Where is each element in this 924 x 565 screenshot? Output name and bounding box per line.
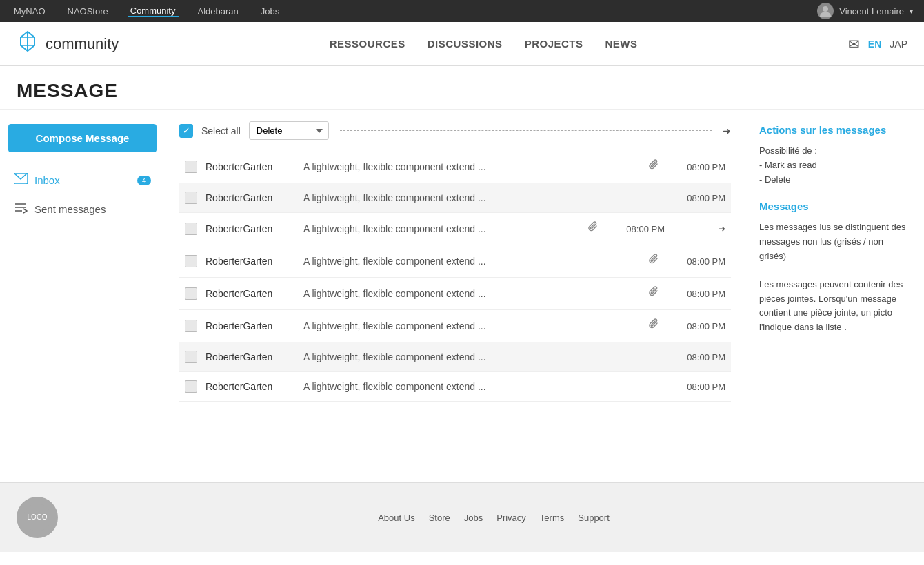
row-checkbox[interactable] bbox=[185, 351, 197, 363]
sidebar: Compose Message Inbox 4 Sent messages bbox=[0, 110, 165, 455]
message-row[interactable]: RoberterGartenA lightweight, flexible co… bbox=[179, 310, 731, 342]
logo-text: community bbox=[46, 35, 119, 53]
row-time: 08:00 PM bbox=[610, 224, 665, 234]
sidebar-item-sent[interactable]: Sent messages bbox=[8, 194, 157, 224]
footer-jobs[interactable]: Jobs bbox=[464, 513, 483, 523]
compose-message-button[interactable]: Compose Message bbox=[8, 124, 157, 152]
message-row[interactable]: RoberterGartenA lightweight, flexible co… bbox=[179, 245, 731, 278]
row-checkbox[interactable] bbox=[185, 255, 197, 267]
right-panel: Actions sur les messages Possibilité de … bbox=[745, 110, 924, 455]
row-arrow-icon: ➜ bbox=[719, 224, 725, 234]
header-right: ✉ EN JAP bbox=[848, 36, 907, 52]
toolbar-dashed-line bbox=[340, 130, 712, 131]
row-checkbox[interactable] bbox=[185, 320, 197, 332]
row-subject: A lightweight, flexible component extend… bbox=[303, 192, 640, 203]
actions-possibilite: Possibilité de : bbox=[759, 145, 817, 156]
footer-support[interactable]: Support bbox=[578, 513, 610, 523]
row-checkbox[interactable] bbox=[185, 287, 197, 300]
content-area: Compose Message Inbox 4 Sent messages Se… bbox=[0, 110, 924, 455]
row-time: 08:00 PM bbox=[670, 352, 725, 362]
topnav-mynao[interactable]: MyNAO bbox=[11, 6, 48, 17]
footer-about-us[interactable]: About Us bbox=[378, 513, 414, 523]
row-sender: RoberterGarten bbox=[205, 161, 295, 172]
message-toolbar: Select all Delete Mark as read ➜ bbox=[179, 121, 731, 140]
row-checkbox[interactable] bbox=[185, 192, 197, 204]
message-row[interactable]: RoberterGartenA lightweight, flexible co… bbox=[179, 342, 731, 372]
messages-desc2: Les messages peuvent contenir des pièces… bbox=[759, 278, 910, 335]
footer-privacy[interactable]: Privacy bbox=[496, 513, 526, 523]
message-row[interactable]: RoberterGartenA lightweight, flexible co… bbox=[179, 151, 731, 183]
row-subject: A lightweight, flexible component extend… bbox=[303, 161, 640, 172]
topnav-aldebaran[interactable]: Aldebaran bbox=[195, 6, 241, 17]
attachment-icon bbox=[648, 254, 662, 269]
row-subject: A lightweight, flexible component extend… bbox=[303, 288, 640, 299]
row-subject: A lightweight, flexible component extend… bbox=[303, 320, 640, 331]
messages-desc1: Les messages lus se distinguent des mess… bbox=[759, 220, 910, 263]
logo[interactable]: community bbox=[17, 30, 119, 57]
site-header: community RESSOURCES DISCUSSIONS PROJECT… bbox=[0, 22, 924, 66]
top-nav-right: Vincent Lemaire ▾ bbox=[817, 3, 913, 19]
row-checkbox[interactable] bbox=[185, 223, 197, 235]
lang-en-button[interactable]: EN bbox=[868, 39, 881, 50]
nav-news[interactable]: NEWS bbox=[605, 38, 637, 50]
actions-delete: - Delete bbox=[759, 174, 791, 185]
nav-ressources[interactable]: RESSOURCES bbox=[330, 38, 405, 50]
message-row[interactable]: RoberterGartenA lightweight, flexible co… bbox=[179, 183, 731, 213]
row-sender: RoberterGarten bbox=[205, 288, 295, 299]
row-sender: RoberterGarten bbox=[205, 192, 295, 203]
row-sender: RoberterGarten bbox=[205, 351, 295, 362]
topnav-jobs[interactable]: Jobs bbox=[258, 6, 282, 17]
main-nav: RESSOURCES DISCUSSIONS PROJECTS NEWS bbox=[330, 38, 638, 50]
topnav-community[interactable]: Community bbox=[128, 6, 179, 17]
actions-title: Actions sur les messages bbox=[759, 124, 910, 136]
attachment-icon bbox=[648, 159, 662, 174]
row-sender: RoberterGarten bbox=[205, 223, 295, 234]
lang-jap-button[interactable]: JAP bbox=[890, 39, 907, 50]
row-subject: A lightweight, flexible component extend… bbox=[303, 351, 640, 362]
row-checkbox[interactable] bbox=[185, 380, 197, 393]
footer-store[interactable]: Store bbox=[429, 513, 450, 523]
nav-projects[interactable]: PROJECTS bbox=[525, 38, 583, 50]
message-list-area: Select all Delete Mark as read ➜ Roberte… bbox=[165, 110, 745, 455]
topnav-naostore[interactable]: NAOStore bbox=[65, 6, 111, 17]
footer-terms[interactable]: Terms bbox=[540, 513, 564, 523]
inbox-icon bbox=[14, 173, 28, 187]
message-row[interactable]: RoberterGartenA lightweight, flexible co… bbox=[179, 213, 731, 245]
top-nav-left: MyNAO NAOStore Community Aldebaran Jobs bbox=[11, 6, 282, 17]
row-sender: RoberterGarten bbox=[205, 256, 295, 267]
message-row[interactable]: RoberterGartenA lightweight, flexible co… bbox=[179, 278, 731, 310]
mail-icon[interactable]: ✉ bbox=[848, 36, 860, 52]
select-all-label[interactable]: Select all bbox=[201, 125, 241, 136]
row-subject: A lightweight, flexible component extend… bbox=[303, 223, 579, 234]
select-all-checkbox[interactable] bbox=[179, 124, 193, 138]
actions-mark-as-read: - Mark as read bbox=[759, 160, 817, 170]
message-row[interactable]: RoberterGartenA lightweight, flexible co… bbox=[179, 372, 731, 402]
actions-desc: Possibilité de : - Mark as read - Delete bbox=[759, 144, 910, 187]
user-menu-chevron-icon[interactable]: ▾ bbox=[910, 8, 913, 15]
messages-title: Messages bbox=[759, 201, 910, 212]
page-title-section: MESSAGE bbox=[0, 66, 924, 110]
page-title: MESSAGE bbox=[17, 80, 907, 102]
top-navbar: MyNAO NAOStore Community Aldebaran Jobs … bbox=[0, 0, 924, 22]
row-sender: RoberterGarten bbox=[205, 381, 295, 392]
attachment-icon bbox=[648, 318, 662, 333]
sidebar-item-inbox[interactable]: Inbox 4 bbox=[8, 166, 157, 194]
row-time: 08:00 PM bbox=[670, 193, 725, 203]
row-subject: A lightweight, flexible component extend… bbox=[303, 256, 640, 267]
user-name: Vincent Lemaire bbox=[839, 6, 904, 17]
toolbar-arrow-icon: ➜ bbox=[723, 125, 731, 136]
row-time: 08:00 PM bbox=[670, 321, 725, 331]
row-checkbox[interactable] bbox=[185, 161, 197, 173]
row-time: 08:00 PM bbox=[670, 256, 725, 267]
row-sender: RoberterGarten bbox=[205, 320, 295, 331]
footer-logo: LOGO bbox=[17, 497, 58, 538]
action-select[interactable]: Delete Mark as read bbox=[249, 121, 329, 140]
footer-links: About Us Store Jobs Privacy Terms Suppor… bbox=[80, 513, 907, 523]
nav-discussions[interactable]: DISCUSSIONS bbox=[428, 38, 503, 50]
attachment-icon bbox=[648, 286, 662, 301]
row-time: 08:00 PM bbox=[670, 289, 725, 299]
sent-icon bbox=[14, 201, 28, 217]
inbox-badge: 4 bbox=[137, 176, 151, 185]
avatar bbox=[817, 3, 834, 19]
inbox-label: Inbox bbox=[34, 174, 60, 186]
